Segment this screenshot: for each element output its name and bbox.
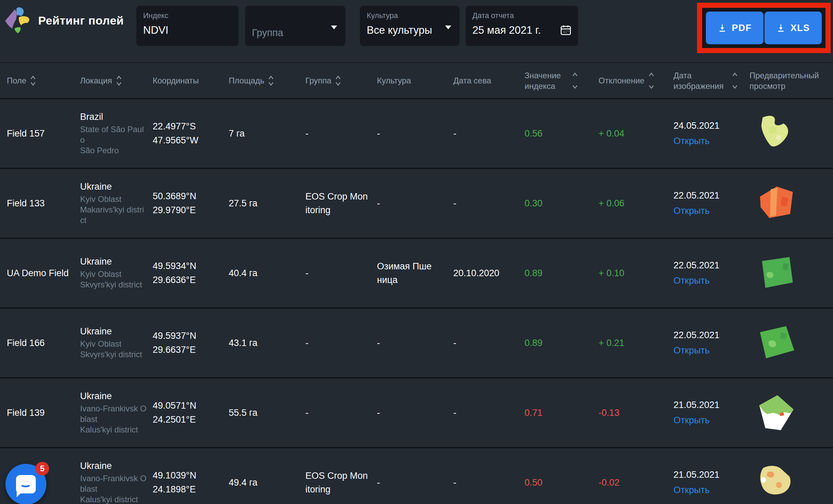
location-district: Makarivs'kyi district xyxy=(80,204,147,225)
table-row: Field 133 Ukraine Kyiv Oblast Makarivs'k… xyxy=(0,168,833,238)
index-value-cell: 0.50 xyxy=(525,477,599,488)
coordinates-cell: 50.3689°N 29.9790°E xyxy=(153,189,229,217)
group-cell: - xyxy=(305,406,374,420)
report-date-filter[interactable]: Дата отчета 25 мая 2021 г. xyxy=(466,6,578,46)
download-xls-button[interactable]: XLS xyxy=(764,12,822,44)
field-preview-image xyxy=(749,183,801,223)
download-pdf-button[interactable]: PDF xyxy=(706,12,763,44)
column-header-culture: Культура xyxy=(377,75,453,86)
location-district: Kalus'kyi district xyxy=(80,424,147,435)
sort-icon[interactable] xyxy=(30,75,36,87)
group-cell: - xyxy=(305,336,374,350)
image-date: 22.05.2021 xyxy=(673,330,744,341)
location-country: Brazil xyxy=(80,112,147,122)
smile-icon xyxy=(20,481,31,487)
location-cell: Ukraine Kyiv Oblast Skvyrs'kyi district xyxy=(80,326,153,360)
chat-bubble-icon xyxy=(16,475,36,493)
app-logo xyxy=(3,5,32,36)
deviation-cell: + 0.21 xyxy=(599,338,673,348)
index-filter[interactable]: Индекс NDVI xyxy=(136,6,239,46)
group-filter-placeholder: Группа xyxy=(252,27,283,38)
open-link[interactable]: Открыть xyxy=(673,415,710,426)
preview-cell xyxy=(749,393,833,433)
table-row: F Ukraine Ivano-Frankivsk Oblast Kalus'k… xyxy=(0,447,833,504)
sort-icon[interactable] xyxy=(116,75,122,87)
open-link[interactable]: Открыть xyxy=(673,206,710,216)
download-icon xyxy=(776,23,786,33)
culture-cell: - xyxy=(377,476,441,489)
top-bar: Рейтинг полей Индекс NDVI Группа Культур… xyxy=(0,0,833,63)
coordinates-cell: 49.5934°N 29.6636°E xyxy=(153,259,229,287)
page-title: Рейтинг полей xyxy=(38,14,124,27)
index-value-cell: 0.30 xyxy=(525,198,599,209)
location-cell: Brazil State of São Paulo São Pedro xyxy=(80,112,153,156)
culture-filter-value: Все культуры xyxy=(367,24,453,36)
location-district: São Pedro xyxy=(80,145,147,156)
image-date: 21.05.2021 xyxy=(673,470,744,480)
preview-cell xyxy=(749,462,833,503)
column-header-location[interactable]: Локация xyxy=(80,75,153,87)
column-header-field[interactable]: Поле xyxy=(7,75,80,87)
latitude: 49.5934°N xyxy=(153,259,223,273)
download-icon xyxy=(717,23,727,33)
column-header-sowing-date: Дата сева xyxy=(453,75,525,86)
deviation-cell: + 0.04 xyxy=(599,128,673,139)
open-link[interactable]: Открыть xyxy=(673,485,710,495)
sort-icon[interactable] xyxy=(649,68,654,93)
sort-icon[interactable] xyxy=(572,68,578,93)
column-header-group[interactable]: Группа xyxy=(305,75,377,87)
location-cell: Ukraine Ivano-Frankivsk Oblast Kalus'kyi… xyxy=(80,391,153,435)
chat-widget: 5 xyxy=(5,464,46,504)
location-region: Kyiv Oblast xyxy=(80,194,147,204)
open-link[interactable]: Открыть xyxy=(673,345,710,356)
latitude: 49.5937°N xyxy=(153,329,223,343)
coordinates-cell: 49.1039°N 24.1898°E xyxy=(153,469,229,497)
latitude: 49.0571°N xyxy=(153,399,223,413)
index-value-cell: 0.56 xyxy=(525,128,599,139)
sowing-date-cell: - xyxy=(453,198,525,209)
sowing-date-cell: - xyxy=(453,128,525,139)
location-district: Skvyrs'kyi district xyxy=(80,279,147,290)
group-cell: - xyxy=(305,266,374,280)
image-date-cell: 24.05.2021 Открыть xyxy=(673,121,749,146)
download-xls-label: XLS xyxy=(790,23,810,33)
image-date: 22.05.2021 xyxy=(673,190,744,201)
calendar-icon xyxy=(560,23,572,38)
image-date-cell: 22.05.2021 Открыть xyxy=(673,260,749,286)
index-value-cell: 0.89 xyxy=(525,268,599,279)
culture-cell: - xyxy=(377,127,441,140)
area-cell: 40.4 га xyxy=(229,268,305,279)
location-country: Ukraine xyxy=(80,461,147,471)
coordinates-cell: 49.5937°N 29.6637°E xyxy=(153,329,229,357)
column-header-index-value[interactable]: Значение индекса xyxy=(525,68,599,93)
deviation-cell: -0.02 xyxy=(599,477,673,488)
column-header-deviation[interactable]: Отклонение xyxy=(599,68,673,93)
sort-icon[interactable] xyxy=(335,75,341,87)
column-header-image-date[interactable]: Дата изображения xyxy=(673,68,749,93)
image-date: 24.05.2021 xyxy=(673,121,744,131)
sort-icon[interactable] xyxy=(732,68,738,93)
index-value-cell: 0.89 xyxy=(525,338,599,348)
deviation-cell: -0.13 xyxy=(599,408,673,418)
field-preview-image xyxy=(749,113,801,154)
sort-icon[interactable] xyxy=(268,75,274,87)
open-link[interactable]: Открыть xyxy=(673,136,710,146)
latitude: 49.1039°N xyxy=(153,469,223,483)
location-cell: Ukraine Kyiv Oblast Makarivs'kyi distric… xyxy=(80,182,153,225)
unread-count-badge: 5 xyxy=(35,462,49,475)
location-district: Kalus'kyi district xyxy=(80,494,147,504)
culture-filter-label: Культура xyxy=(367,11,453,20)
area-cell: 27.5 га xyxy=(229,198,305,209)
field-preview-image xyxy=(749,253,801,293)
report-date-value: 25 мая 2021 г. xyxy=(472,24,571,36)
culture-filter[interactable]: Культура Все культуры xyxy=(360,6,459,46)
open-link[interactable]: Открыть xyxy=(673,275,710,286)
preview-cell xyxy=(749,113,833,154)
column-header-area[interactable]: Площадь xyxy=(229,75,305,87)
location-country: Ukraine xyxy=(80,256,147,267)
brand: Рейтинг полей xyxy=(3,5,124,36)
column-header-preview: Предварительный просмотр xyxy=(749,70,833,91)
location-region: State of São Paulo xyxy=(80,124,147,145)
culture-cell: Озимая Пшеница xyxy=(377,259,441,287)
group-filter[interactable]: Группа xyxy=(245,6,345,46)
